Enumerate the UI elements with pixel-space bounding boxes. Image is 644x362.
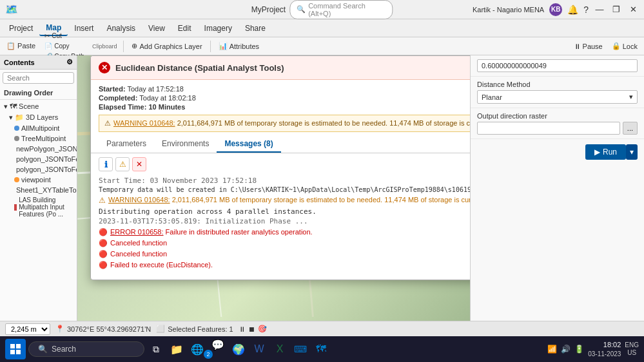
start-button[interactable]	[5, 339, 26, 359]
run-label: Run	[603, 148, 617, 157]
menu-analysis[interactable]: Analysis	[100, 21, 142, 35]
msg-canceled-2: 🔴 Canceled function	[99, 250, 470, 258]
msg-error-1: 🔴 ERROR 010658: Failure in distributed r…	[99, 228, 470, 236]
dialog-error-icon: ✕	[99, 62, 110, 73]
distance-method-value: Planar	[482, 93, 502, 101]
run-dropdown-button[interactable]: ▾	[626, 144, 638, 160]
lock-button[interactable]: 🔒 Lock	[608, 41, 641, 52]
search-icon: 🔍	[38, 345, 48, 354]
msg-info-btn[interactable]: ℹ	[99, 157, 113, 171]
warning-bar-text: WARNING 010648: 2,011,684,971 MB of temp…	[113, 119, 470, 127]
help-icon[interactable]: ?	[583, 5, 589, 15]
error-icon-4: 🔴	[99, 261, 108, 269]
dialog-meta: Started: Today at 17:52:18 Completed: To…	[91, 80, 470, 115]
minimize-button[interactable]: —	[594, 4, 605, 15]
main-layout: Contents ⚙ Drawing Order ▾ 🗺 Scene ▾ 📁 3…	[0, 55, 644, 336]
value-field: 0.600000000000049	[471, 55, 644, 77]
tree-3d-layers[interactable]: ▾ 📁 3D Layers	[0, 112, 77, 123]
taskbar-right: 📶 🔊 🔋 18:02 03-11-2023 ENGUS	[547, 340, 639, 357]
warning-link-1[interactable]: WARNING 010648:	[113, 119, 175, 127]
maximize-button[interactable]: ❐	[610, 4, 622, 15]
clipboard-label: Clipboard	[90, 43, 120, 50]
location-button[interactable]: 🎯	[258, 325, 267, 333]
scale-item: 2,245 m	[5, 323, 50, 335]
left-panel: Contents ⚙ Drawing Order ▾ 🗺 Scene ▾ 📁 3…	[0, 55, 77, 336]
word-icon[interactable]: W	[250, 340, 268, 358]
msg-canceled-1: 🔴 Canceled function	[99, 239, 470, 247]
taskbar-clock[interactable]: 18:02 03-11-2023	[588, 340, 621, 357]
warning-link-2[interactable]: WARNING 010648:	[108, 196, 170, 204]
right-panel: 0.600000000000049 Distance Method Planar…	[470, 55, 644, 336]
value-input[interactable]: 0.600000000000049	[477, 59, 638, 72]
map-area[interactable]: N ✕ Euclidean Distance (Spatial Analyst …	[77, 55, 470, 336]
language-indicator: ENGUS	[625, 341, 639, 357]
menu-imagery[interactable]: Imagery	[198, 21, 239, 35]
vscode-icon[interactable]: ⌨	[291, 340, 309, 358]
distance-method-dropdown[interactable]: Planar ▾	[477, 90, 638, 104]
tree-polygon2[interactable]: polygon_JSONToFeatures	[0, 164, 77, 175]
menu-view[interactable]: View	[142, 21, 171, 35]
toolbar-sep-2	[210, 41, 211, 52]
stop-map-button[interactable]: ⏹	[248, 325, 255, 333]
distance-method-field: Distance Method Planar ▾	[471, 77, 644, 108]
output-direction-row: ...	[477, 122, 638, 135]
wifi-icon: 📶	[547, 345, 557, 354]
notification-icon[interactable]: 🔔	[567, 5, 578, 15]
project-name: MyProject	[251, 5, 286, 14]
tab-parameters[interactable]: Parameters	[99, 136, 154, 153]
coordinates-item: 📍 30762°E 55°43.2969271'N	[55, 325, 151, 333]
tree-scene[interactable]: ▾ 🗺 Scene	[0, 101, 77, 112]
run-play-icon: ▶	[594, 148, 600, 157]
map-controls: ⏸ ⏹ 🎯	[239, 325, 267, 333]
filter-icon[interactable]: ⚙	[66, 58, 73, 66]
tree-sheet1[interactable]: Sheet1_XYTableToPoint	[0, 185, 77, 195]
excel-icon[interactable]: X	[271, 340, 289, 358]
output-direction-label: Output direction raster	[477, 112, 638, 120]
attributes-button[interactable]: 📊 Attributes	[215, 41, 263, 52]
task-view-icon[interactable]: ⧉	[147, 340, 165, 358]
error-link-1[interactable]: ERROR 010658:	[110, 228, 164, 236]
msg-failed: 🔴 Failed to execute (EucDistance).	[99, 261, 470, 269]
pause-button[interactable]: ⏸ Pause	[570, 41, 607, 52]
tree-all-multipoint[interactable]: AllMultipoint	[0, 123, 77, 133]
msg-warning-btn[interactable]: ⚠	[115, 157, 130, 171]
add-graphics-layer-button[interactable]: ⊕ Add Graphics Layer	[128, 41, 206, 52]
run-btn-area: ▶ Run ▾	[471, 139, 644, 165]
tree-viewpoint[interactable]: viewpoint	[0, 175, 77, 185]
chrome-icon[interactable]: 🌍	[229, 340, 248, 358]
command-search-placeholder: Command Search (Alt+Q)	[308, 2, 385, 17]
menu-project[interactable]: Project	[3, 21, 39, 35]
contents-title: Contents	[4, 59, 35, 66]
scale-select[interactable]: 2,245 m	[5, 323, 50, 335]
tab-messages[interactable]: Messages (8)	[217, 136, 280, 153]
tree-polygon1[interactable]: polygon_JSONToFeatures1	[0, 154, 77, 164]
contents-search-input[interactable]	[3, 72, 74, 84]
command-search[interactable]: 🔍 Command Search (Alt+Q)	[289, 0, 393, 19]
title-bar-center: MyProject 🔍 Command Search (Alt+Q)	[251, 0, 393, 19]
drawing-order-header: Drawing Order	[0, 86, 77, 100]
msg-error-btn[interactable]: ✕	[132, 157, 146, 171]
copy-button[interactable]: 📄 Copy	[41, 41, 88, 51]
output-direction-input[interactable]	[477, 122, 620, 135]
tree-new-polygon[interactable]: newPolygon_JSON	[0, 144, 77, 154]
tree-tree-multipoint[interactable]: TreeMultipoint	[0, 133, 77, 144]
output-direction-browse-button[interactable]: ...	[623, 122, 638, 135]
cut-button[interactable]: ✂ Cut	[41, 31, 88, 41]
menu-edit[interactable]: Edit	[171, 21, 198, 35]
arcgis-icon[interactable]: 🗺	[312, 340, 330, 358]
file-explorer-icon[interactable]: 📁	[168, 340, 186, 358]
menu-share[interactable]: Share	[239, 21, 272, 35]
pause-map-button[interactable]: ⏸	[239, 325, 246, 333]
menu-bar: Project Map Insert Analysis View Edit Im…	[0, 19, 644, 37]
battery-icon: 🔋	[574, 345, 584, 354]
tab-environments[interactable]: Environments	[154, 136, 217, 153]
toolbar: 📋 Paste ✂ Cut 📄 Copy 🔗 Copy Path Clipboa…	[0, 37, 644, 55]
msg-temp-data: Temporary data will be created in C:\Use…	[99, 186, 470, 193]
selected-features-value: Selected Features: 1	[168, 325, 233, 333]
taskbar-search[interactable]: 🔍 Search	[28, 341, 144, 357]
paste-button[interactable]: 📋 Paste	[3, 41, 39, 52]
tree-las-building[interactable]: LAS Building Multipatch Input Features (…	[0, 195, 77, 219]
contents-header: Contents ⚙	[0, 55, 77, 70]
run-button[interactable]: ▶ Run	[585, 144, 626, 160]
close-button[interactable]: ✕	[627, 4, 639, 15]
